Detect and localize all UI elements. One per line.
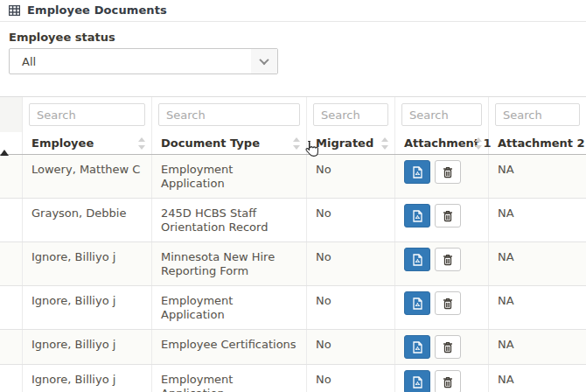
view-pdf-button[interactable] xyxy=(404,335,430,359)
employee-documents-table: Employee Document Type Migrated Attachme… xyxy=(0,96,586,392)
attachment2-cell: NA xyxy=(489,365,586,392)
table-row: Ignore, Billiyo j Minnesota New Hire Rep… xyxy=(0,242,586,286)
row-control-cell xyxy=(0,242,23,285)
employee-name: Ignore, Billiyo j xyxy=(31,250,115,263)
attachment1-cell xyxy=(395,155,489,198)
document-type: Employment Application xyxy=(161,294,233,321)
employee-name: Ignore, Billiyo j xyxy=(31,294,115,307)
trash-icon xyxy=(443,341,453,354)
migrated-cell: No xyxy=(307,199,395,242)
header-employee-label: Employee xyxy=(31,136,94,150)
migrated-value: No xyxy=(316,338,331,351)
table-grid-icon xyxy=(9,5,20,16)
employee-cell: Grayson, Debbie xyxy=(23,199,152,242)
document-type: 245D HCBS Staff Orientation Record xyxy=(161,206,268,234)
migrated-value: No xyxy=(316,250,331,263)
page-header: Employee Documents xyxy=(0,0,586,22)
document-type: Employee Certifications xyxy=(161,338,296,351)
search-input-document-type[interactable] xyxy=(158,103,300,126)
file-pdf-icon xyxy=(412,298,423,310)
table-row: Lowery, Matthew C Employment Application… xyxy=(0,155,586,199)
attachment1-cell xyxy=(395,199,489,242)
trash-icon xyxy=(443,254,453,266)
document-type-cell: 245D HCBS Staff Orientation Record xyxy=(152,199,307,242)
document-type: Employment Application xyxy=(161,163,233,190)
attachment1-cell xyxy=(395,365,489,392)
sort-both-icon xyxy=(381,136,389,150)
chevron-down-icon xyxy=(251,49,277,74)
attachment2-value: NA xyxy=(498,250,514,263)
table-row: Ignore, Billiyo j Employment Application… xyxy=(0,286,586,330)
employee-status-select[interactable]: All xyxy=(9,48,278,74)
table-body: Lowery, Matthew C Employment Application… xyxy=(0,155,586,392)
migrated-value: No xyxy=(316,163,331,176)
search-input-attachment1[interactable] xyxy=(401,103,482,126)
view-pdf-button[interactable] xyxy=(404,291,430,315)
file-pdf-icon xyxy=(412,210,423,222)
file-pdf-icon xyxy=(412,376,423,388)
attachment2-cell: NA xyxy=(489,286,586,329)
delete-attachment-button[interactable] xyxy=(435,370,461,392)
employee-status-label: Employee status xyxy=(9,31,577,44)
document-type-cell: Employment Application xyxy=(152,155,307,198)
attachment1-cell xyxy=(395,330,489,364)
row-control-cell xyxy=(0,330,23,364)
attachment1-cell xyxy=(395,286,489,329)
table-row: Ignore, Billiyo j Employee Certification… xyxy=(0,330,586,365)
employee-cell: Ignore, Billiyo j xyxy=(23,330,152,364)
header-migrated-label: Migrated xyxy=(316,136,373,150)
delete-attachment-button[interactable] xyxy=(435,160,461,184)
file-pdf-icon xyxy=(412,341,423,354)
header-attachment2[interactable]: Attachment 2 xyxy=(489,132,586,154)
delete-attachment-button[interactable] xyxy=(435,291,461,315)
attachment2-value: NA xyxy=(498,338,514,351)
migrated-cell: No xyxy=(307,330,395,364)
document-type-cell: Employment Application xyxy=(152,286,307,329)
view-pdf-button[interactable] xyxy=(404,204,430,228)
attachment2-value: NA xyxy=(498,373,514,386)
sort-asc-icon xyxy=(0,136,9,156)
attachment2-value: NA xyxy=(498,163,514,176)
row-control-cell xyxy=(0,155,23,198)
search-input-migrated[interactable] xyxy=(313,103,388,126)
delete-attachment-button[interactable] xyxy=(435,248,461,271)
search-row xyxy=(0,97,586,132)
control-column-spacer xyxy=(0,97,23,132)
migrated-value: No xyxy=(316,206,331,220)
employee-cell: Ignore, Billiyo j xyxy=(23,365,152,392)
employee-name: Ignore, Billiyo j xyxy=(31,338,115,351)
view-pdf-button[interactable] xyxy=(404,248,430,271)
migrated-value: No xyxy=(316,294,331,307)
table-row: Grayson, Debbie 245D HCBS Staff Orientat… xyxy=(0,199,586,242)
attachment2-cell: NA xyxy=(489,242,586,285)
search-input-employee[interactable] xyxy=(29,103,145,126)
attachment2-cell: NA xyxy=(489,155,586,198)
page-title: Employee Documents xyxy=(27,4,167,17)
document-type-cell: Employment Application xyxy=(152,365,307,392)
header-attachment1[interactable]: Attachment 1 xyxy=(395,132,489,154)
view-pdf-button[interactable] xyxy=(404,370,430,392)
row-control-cell xyxy=(0,199,23,242)
employee-name: Ignore, Billiyo j xyxy=(31,373,115,386)
file-pdf-icon xyxy=(412,166,423,178)
header-migrated[interactable]: Migrated xyxy=(307,132,395,154)
trash-icon xyxy=(443,376,453,388)
delete-attachment-button[interactable] xyxy=(435,335,461,359)
attachment2-value: NA xyxy=(498,206,514,220)
header-attachment2-label: Attachment 2 xyxy=(498,136,585,150)
table-row: Ignore, Billiyo j Employment Application… xyxy=(0,365,586,392)
sort-both-icon xyxy=(475,136,483,150)
delete-attachment-button[interactable] xyxy=(435,204,461,228)
sort-both-icon xyxy=(293,136,301,150)
document-type-cell: Employee Certifications xyxy=(152,330,307,364)
search-input-attachment2[interactable] xyxy=(495,103,580,126)
attachment1-cell xyxy=(395,242,489,285)
document-type: Employment Application xyxy=(161,373,233,392)
migrated-cell: No xyxy=(307,242,395,285)
employee-cell: Lowery, Matthew C xyxy=(23,155,152,198)
header-employee[interactable]: Employee xyxy=(23,132,152,154)
row-control-cell xyxy=(0,365,23,392)
view-pdf-button[interactable] xyxy=(404,160,430,184)
header-document-type[interactable]: Document Type xyxy=(152,132,307,154)
header-control-sort[interactable] xyxy=(0,132,23,154)
